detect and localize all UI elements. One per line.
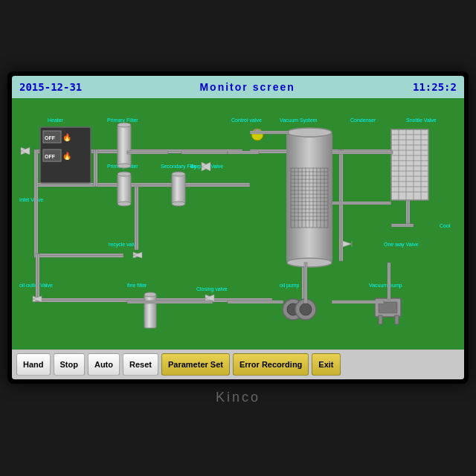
svg-text:Inlet Valve: Inlet Valve xyxy=(19,197,43,202)
svg-text:oil pump: oil pump xyxy=(280,283,300,289)
svg-text:Vacuum System: Vacuum System xyxy=(280,118,318,123)
svg-rect-119 xyxy=(181,151,228,154)
svg-rect-124 xyxy=(391,224,414,227)
svg-text:Closing valve: Closing valve xyxy=(196,286,228,292)
svg-point-46 xyxy=(118,202,131,206)
svg-rect-30 xyxy=(339,149,343,261)
svg-rect-120 xyxy=(228,151,259,154)
svg-rect-26 xyxy=(34,149,38,257)
screen: 2015-12-31 Monitor screen 11:25:2 Heater… xyxy=(12,76,464,379)
svg-rect-41 xyxy=(118,125,131,166)
svg-point-48 xyxy=(172,172,185,176)
reset-button[interactable]: Reset xyxy=(123,353,158,376)
svg-rect-106 xyxy=(379,315,382,324)
svg-point-42 xyxy=(118,123,131,127)
svg-point-56 xyxy=(287,258,332,267)
svg-text:OFF: OFF xyxy=(45,135,56,141)
svg-rect-121 xyxy=(250,131,289,134)
button-bar: Hand Stop Auto Reset Parameter Set Error… xyxy=(12,350,464,379)
svg-text:🔥: 🔥 xyxy=(62,132,72,142)
svg-text:OFF: OFF xyxy=(45,154,56,159)
header-time: 11:25:2 xyxy=(413,81,457,93)
svg-point-103 xyxy=(300,303,312,315)
svg-text:One way Valve: One way Valve xyxy=(384,242,419,248)
svg-rect-123 xyxy=(332,202,391,205)
svg-point-45 xyxy=(118,172,131,176)
exit-button[interactable]: Exit xyxy=(312,353,340,376)
svg-rect-27 xyxy=(94,149,97,187)
stop-button[interactable]: Stop xyxy=(54,353,85,376)
svg-rect-98 xyxy=(144,295,156,328)
header-date: 2015-12-31 xyxy=(19,81,82,93)
hand-button[interactable]: Hand xyxy=(16,353,51,376)
process-diagram: Heater Primary Filter Primary Filter Sec… xyxy=(12,98,464,350)
svg-text:🔥: 🔥 xyxy=(62,151,72,161)
svg-rect-129 xyxy=(387,263,390,300)
svg-rect-44 xyxy=(118,174,131,204)
error-recording-button[interactable]: Error Recording xyxy=(233,353,309,376)
svg-rect-25 xyxy=(34,254,123,257)
svg-rect-47 xyxy=(172,174,185,204)
header-bar: 2015-12-31 Monitor screen 11:25:2 xyxy=(12,76,464,98)
svg-rect-107 xyxy=(395,315,399,324)
main-diagram-area: Heater Primary Filter Primary Filter Sec… xyxy=(12,98,464,350)
svg-text:Heater: Heater xyxy=(48,118,64,123)
svg-point-55 xyxy=(287,128,332,137)
svg-rect-125 xyxy=(127,300,213,303)
svg-text:Vacuum pump: Vacuum pump xyxy=(369,283,402,289)
svg-point-99 xyxy=(144,292,156,297)
svg-rect-32 xyxy=(135,187,138,250)
svg-text:Control valve: Control valve xyxy=(231,118,262,123)
svg-text:fine filter: fine filter xyxy=(127,283,147,288)
svg-rect-126 xyxy=(228,300,283,303)
parameter-set-button[interactable]: Parameter Set xyxy=(161,353,230,376)
svg-point-49 xyxy=(172,202,185,206)
brand-label: Kinco xyxy=(216,390,260,405)
svg-rect-127 xyxy=(332,300,384,303)
svg-text:Condenser: Condenser xyxy=(350,118,376,123)
svg-text:Cool: Cool xyxy=(440,223,451,228)
monitor-frame: 2015-12-31 Monitor screen 11:25:2 Heater… xyxy=(7,71,469,384)
svg-rect-122 xyxy=(332,151,393,154)
svg-text:recycle valve: recycle valve xyxy=(109,242,139,248)
svg-text:Snottle Valve: Snottle Valve xyxy=(406,118,437,123)
header-title: Monitor screen xyxy=(199,81,295,93)
svg-rect-128 xyxy=(304,263,307,303)
auto-button[interactable]: Auto xyxy=(88,353,120,376)
svg-point-43 xyxy=(118,164,131,168)
svg-rect-33 xyxy=(36,254,39,302)
svg-rect-118 xyxy=(127,151,168,154)
